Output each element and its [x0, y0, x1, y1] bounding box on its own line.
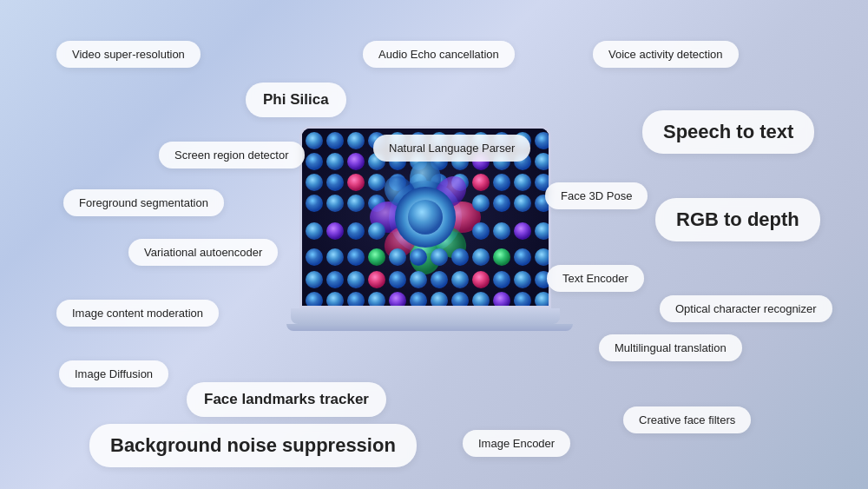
variational-autoencoder-chip: Variational autoencoder: [128, 239, 278, 266]
svg-point-65: [326, 248, 344, 266]
svg-point-67: [368, 248, 385, 266]
phi-silica-chip: Phi Silica: [246, 83, 346, 117]
svg-point-74: [514, 248, 531, 266]
svg-point-58: [347, 222, 365, 240]
rgb-to-depth-chip: RGB to depth: [655, 198, 820, 241]
background-noise-suppression-chip: Background noise suppression: [89, 424, 417, 467]
text-encoder-chip: Text Encoder: [547, 265, 644, 292]
face-landmarks-tracker-chip: Face landmarks tracker: [187, 382, 386, 417]
svg-point-57: [326, 222, 344, 240]
svg-point-38: [326, 195, 344, 212]
image-diffusion-chip: Image Diffusion: [59, 360, 168, 387]
image-encoder-chip: Image Encoder: [463, 430, 570, 457]
svg-point-66: [347, 248, 365, 266]
svg-point-3: [347, 132, 365, 149]
svg-point-27: [347, 174, 365, 191]
screen-region-detector-chip: Screen region detector: [159, 142, 305, 169]
speech-to-text-chip: Speech to text: [642, 110, 814, 154]
svg-point-56: [306, 222, 323, 240]
svg-point-14: [326, 153, 344, 170]
svg-point-69: [410, 248, 427, 266]
svg-point-1: [306, 132, 323, 149]
svg-point-85: [493, 271, 510, 288]
svg-point-79: [368, 271, 385, 288]
svg-point-26: [326, 174, 344, 191]
svg-point-54: [514, 195, 531, 212]
svg-point-72: [472, 248, 490, 266]
optical-character-recognizer-chip: Optical character recognizer: [660, 295, 832, 322]
svg-point-62: [514, 222, 531, 240]
face-3d-pose-chip: Face 3D Pose: [545, 182, 648, 209]
svg-point-53: [493, 195, 510, 212]
svg-point-35: [514, 174, 531, 191]
svg-point-86: [514, 271, 531, 288]
svg-point-13: [306, 153, 323, 170]
svg-point-2: [326, 132, 344, 149]
svg-point-37: [306, 195, 323, 212]
svg-point-39: [347, 195, 365, 212]
svg-point-84: [472, 271, 490, 288]
svg-point-83: [451, 271, 469, 288]
svg-point-70: [431, 248, 448, 266]
svg-point-64: [306, 248, 323, 266]
foreground-segmentation-chip: Foreground segmentation: [63, 189, 224, 216]
svg-point-81: [410, 271, 427, 288]
creative-face-filters-chip: Creative face filters: [623, 406, 751, 433]
svg-point-28: [368, 174, 385, 191]
svg-point-34: [493, 174, 510, 191]
svg-point-51: [408, 200, 443, 235]
svg-point-82: [431, 271, 448, 288]
svg-point-25: [306, 174, 323, 191]
svg-point-59: [368, 222, 385, 240]
voice-activity-detection-chip: Voice activity detection: [593, 41, 739, 68]
svg-point-52: [472, 195, 490, 212]
svg-point-68: [389, 248, 406, 266]
svg-point-73: [493, 248, 510, 266]
svg-point-61: [493, 222, 510, 240]
svg-point-15: [347, 153, 365, 170]
laptop-base: [291, 308, 560, 324]
laptop-bottom: [286, 324, 573, 331]
svg-point-33: [472, 174, 490, 191]
svg-point-78: [347, 271, 365, 288]
audio-echo-cancellation-chip: Audio Echo cancellation: [363, 41, 515, 68]
svg-point-60: [472, 222, 490, 240]
natural-language-parser-chip: Natural Language Parser: [373, 135, 530, 162]
svg-point-80: [389, 271, 406, 288]
svg-point-76: [306, 271, 323, 288]
video-super-resolution-chip: Video super-resolution: [56, 41, 201, 68]
svg-point-77: [326, 271, 344, 288]
multilingual-translation-chip: Multilingual translation: [599, 334, 742, 361]
image-content-moderation-chip: Image content moderation: [56, 300, 219, 327]
svg-point-71: [451, 248, 469, 266]
